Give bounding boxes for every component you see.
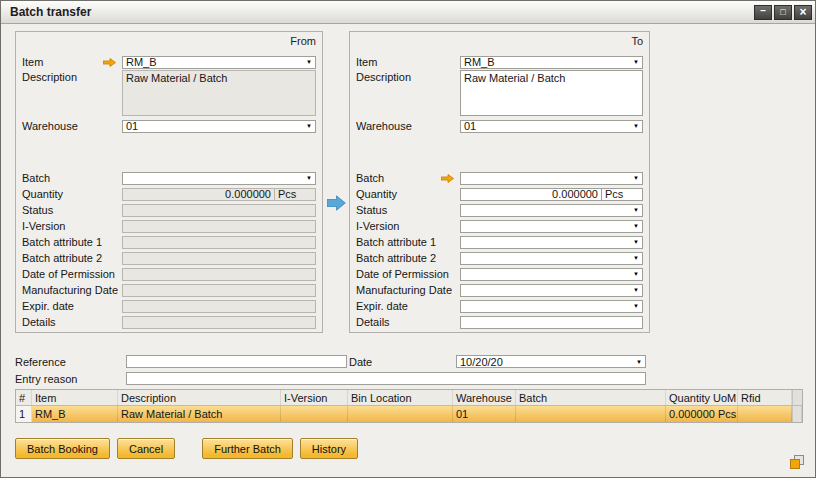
from-date-of-permission-field	[122, 268, 316, 281]
col-header-warehouse: Warehouse	[453, 390, 516, 405]
chevron-down-icon[interactable]: ▼	[630, 221, 642, 232]
to-expir-date-select[interactable]: ▼	[460, 300, 643, 313]
to-quantity-field[interactable]: 0.000000	[460, 188, 602, 201]
link-arrow-icon[interactable]	[103, 58, 116, 67]
to-date-of-permission-row: Date of Permission ▼	[356, 266, 643, 282]
to-iversion-select[interactable]: ▼	[460, 220, 643, 233]
from-details-row: Details	[22, 314, 316, 330]
from-item-row: Item RM_B ▼	[22, 54, 316, 70]
chevron-down-icon[interactable]: ▼	[633, 356, 645, 367]
to-item-row: Item RM_B ▼	[356, 54, 643, 70]
to-warehouse-select[interactable]: 01 ▼	[460, 120, 643, 133]
from-batch-select[interactable]: ▼	[122, 172, 316, 185]
chevron-down-icon[interactable]: ▼	[630, 301, 642, 312]
from-warehouse-select[interactable]: 01 ▼	[122, 120, 316, 133]
from-manufacturing-date-label: Manufacturing Date	[22, 284, 122, 296]
date-select[interactable]: 10/20/20 ▼	[456, 355, 646, 368]
reference-input[interactable]	[126, 355, 347, 368]
from-expir-date-field	[122, 300, 316, 313]
cancel-button[interactable]: Cancel	[117, 438, 175, 459]
to-date-of-permission-label: Date of Permission	[356, 268, 460, 280]
table-row[interactable]: 1 RM_B Raw Material / Batch 01 0.000000 …	[16, 406, 802, 422]
from-description-label: Description	[22, 70, 122, 83]
row-item-cell: RM_B	[32, 406, 118, 422]
chevron-down-icon[interactable]: ▼	[630, 205, 642, 216]
to-iversion-row: I-Version ▼	[356, 218, 643, 234]
row-iversion-cell	[281, 406, 348, 422]
batch-booking-button[interactable]: Batch Booking	[15, 438, 110, 459]
to-quantity-value: 0.000000	[552, 188, 598, 200]
from-status-field	[122, 204, 316, 217]
from-quantity-field: 0.000000	[122, 188, 275, 201]
from-batch-attribute-2-label: Batch attribute 2	[22, 252, 122, 264]
col-header-bin-location: Bin Location	[348, 390, 453, 405]
chevron-down-icon[interactable]: ▼	[303, 121, 315, 132]
from-batch-attribute-2-row: Batch attribute 2	[22, 250, 316, 266]
from-status-label: Status	[22, 204, 122, 216]
expand-form-icon[interactable]	[790, 455, 804, 469]
from-batch-attribute-1-field	[122, 236, 316, 249]
from-item-label-text: Item	[22, 56, 43, 68]
window-title: Batch transfer	[10, 5, 754, 19]
entry-reason-input[interactable]	[126, 372, 646, 385]
from-batch-attribute-1-row: Batch attribute 1	[22, 234, 316, 250]
to-uom-value: Pcs	[605, 188, 623, 200]
from-item-label: Item	[22, 56, 122, 68]
col-header-quantity-uom: Quantity UoM	[666, 390, 738, 405]
from-panel-header: From	[22, 35, 316, 50]
to-description-field[interactable]: Raw Material / Batch	[460, 70, 643, 116]
title-bar[interactable]: Batch transfer – □ ×	[1, 1, 815, 24]
from-expir-date-label: Expir. date	[22, 300, 122, 312]
button-bar: Batch Booking Cancel Further Batch Histo…	[15, 438, 358, 459]
chevron-down-icon[interactable]: ▼	[630, 173, 642, 184]
row-description-cell: Raw Material / Batch	[118, 406, 281, 422]
row-warehouse-cell: 01	[453, 406, 516, 422]
maximize-icon: □	[780, 8, 785, 17]
from-warehouse-label: Warehouse	[22, 120, 122, 132]
to-item-select[interactable]: RM_B ▼	[460, 56, 643, 69]
to-item-value: RM_B	[464, 56, 495, 68]
minimize-button[interactable]: –	[754, 5, 772, 20]
to-status-select[interactable]: ▼	[460, 204, 643, 217]
from-batch-attribute-1-label: Batch attribute 1	[22, 236, 122, 248]
from-status-row: Status	[22, 202, 316, 218]
further-batch-button[interactable]: Further Batch	[202, 438, 293, 459]
from-panel: From Item RM_B ▼ Description Raw Materia…	[15, 31, 323, 333]
to-panel-header: To	[356, 35, 643, 50]
row-bin-location-cell	[348, 406, 453, 422]
to-batch-attribute-2-row: Batch attribute 2 ▼	[356, 250, 643, 266]
chevron-down-icon[interactable]: ▼	[630, 269, 642, 280]
from-quantity-value: 0.000000	[225, 188, 271, 200]
from-expir-date-row: Expir. date	[22, 298, 316, 314]
chevron-down-icon[interactable]: ▼	[630, 121, 642, 132]
to-manufacturing-date-select[interactable]: ▼	[460, 284, 643, 297]
to-batch-attribute-1-select[interactable]: ▼	[460, 236, 643, 249]
chevron-down-icon[interactable]: ▼	[303, 57, 315, 68]
to-status-row: Status ▼	[356, 202, 643, 218]
close-button[interactable]: ×	[794, 5, 812, 20]
to-details-input[interactable]	[460, 316, 643, 329]
chevron-down-icon[interactable]: ▼	[630, 253, 642, 264]
chevron-down-icon[interactable]: ▼	[630, 237, 642, 248]
to-batch-select[interactable]: ▼	[460, 172, 643, 185]
to-batch-attribute-2-select[interactable]: ▼	[460, 252, 643, 265]
maximize-button[interactable]: □	[774, 5, 792, 20]
chevron-down-icon[interactable]: ▼	[630, 285, 642, 296]
history-button[interactable]: History	[300, 438, 358, 459]
to-status-label: Status	[356, 204, 460, 216]
chevron-down-icon[interactable]: ▼	[303, 173, 315, 184]
to-date-of-permission-select[interactable]: ▼	[460, 268, 643, 281]
to-batch-attribute-1-row: Batch attribute 1 ▼	[356, 234, 643, 250]
link-arrow-icon[interactable]	[441, 174, 454, 183]
from-description-field: Raw Material / Batch	[122, 70, 316, 116]
table-header-row: # Item Description I-Version Bin Locatio…	[16, 390, 802, 406]
col-header-num: #	[16, 390, 32, 405]
from-warehouse-value: 01	[126, 120, 138, 132]
minimize-icon: –	[760, 6, 766, 16]
from-item-select[interactable]: RM_B ▼	[122, 56, 316, 69]
batch-lines-table: # Item Description I-Version Bin Locatio…	[15, 389, 803, 423]
entry-reason-label: Entry reason	[15, 373, 126, 385]
to-uom-field: Pcs	[601, 188, 643, 201]
from-iversion-label: I-Version	[22, 220, 122, 232]
chevron-down-icon[interactable]: ▼	[630, 57, 642, 68]
